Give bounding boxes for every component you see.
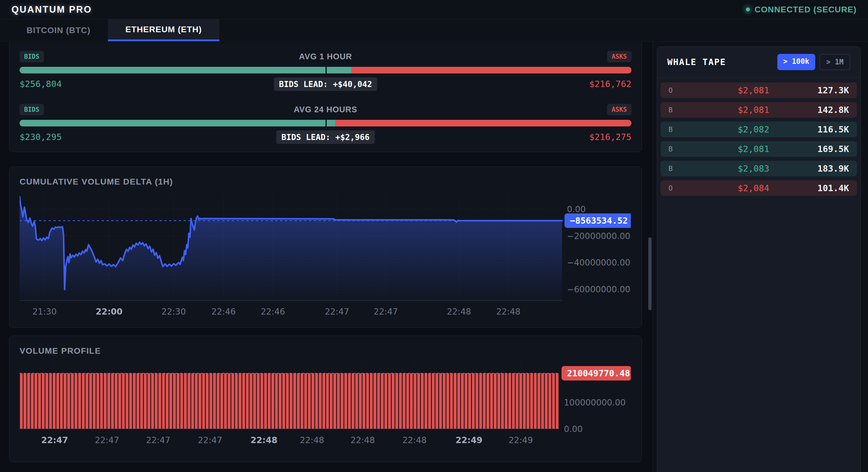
svg-text:−8563534.52: −8563534.52 (570, 215, 628, 226)
bid-ask-ratio-bar (20, 120, 631, 127)
asks-bar-segment (351, 67, 631, 73)
top-bar: QUANTUM PRO CONNECTED (SECURE) (0, 0, 868, 19)
whale-tape-rows: O$2,081127.3KB$2,081142.8KB$2,082116.5KB… (657, 78, 861, 205)
svg-text:−60000000.00: −60000000.00 (567, 284, 630, 294)
tab-bitcoin[interactable]: BITCOIN (BTC) (9, 19, 108, 41)
tape-row: B$2,081142.8K (661, 102, 857, 118)
trade-side-label: B (669, 145, 689, 153)
asks-badge: ASKS (607, 104, 631, 115)
svg-text:22:47: 22:47 (95, 435, 119, 445)
tape-row: B$2,082116.5K (661, 122, 857, 137)
svg-text:22:48: 22:48 (350, 435, 375, 445)
connection-status: CONNECTED (SECURE) (746, 5, 857, 14)
svg-text:22:00: 22:00 (96, 307, 122, 317)
volume-profile-panel: VOLUME PROFILE 200000000.00100000000.000… (9, 336, 642, 462)
trade-size: 116.5K (817, 124, 849, 135)
trade-price: $2,083 (689, 164, 817, 174)
trade-price: $2,084 (689, 183, 817, 193)
filter-100k-button[interactable]: > 100k (777, 54, 815, 70)
svg-text:22:46: 22:46 (261, 307, 285, 317)
svg-text:21:30: 21:30 (32, 307, 57, 317)
connection-status-label: CONNECTED (SECURE) (755, 5, 857, 14)
whale-tape-sidebar: WHALE TAPE > 100k > 1M O$2,081127.3KB$2,… (653, 41, 868, 472)
tape-row: O$2,081127.3K (661, 82, 857, 98)
volume-profile-title: VOLUME PROFILE (20, 346, 631, 356)
svg-text:0.00: 0.00 (564, 424, 583, 434)
asks-badge: ASKS (607, 51, 631, 62)
trade-size: 101.4K (817, 183, 849, 193)
whale-tape-filters: > 100k > 1M (777, 54, 850, 70)
svg-text:22:48: 22:48 (447, 307, 471, 317)
vertical-scrollbar-thumb[interactable] (648, 237, 652, 310)
svg-text:22:48: 22:48 (300, 435, 324, 445)
trade-size: 142.8K (817, 105, 849, 115)
svg-text:210049770.48: 210049770.48 (567, 368, 630, 378)
bids-lead-badge: BIDS LEAD: +$2,966 (276, 130, 375, 144)
bids-badge: BIDS (20, 51, 44, 62)
center-marker (326, 67, 327, 73)
svg-text:100000000.00: 100000000.00 (564, 398, 626, 408)
volume-profile-chart: 200000000.00100000000.000.0022:4722:4722… (20, 364, 631, 446)
trade-price: $2,081 (689, 85, 817, 95)
avg-1-hour-group: BIDS AVG 1 HOUR ASKS $256,804 BIDS LEAD:… (20, 50, 631, 90)
bids-bar-segment (20, 120, 335, 127)
asks-bar-segment (335, 120, 631, 127)
svg-text:22:48: 22:48 (496, 307, 521, 317)
avg-24-hours-group: BIDS AVG 24 HOURS ASKS $230,295 BIDS LEA… (20, 103, 631, 143)
bids-bar-segment (20, 67, 351, 73)
svg-text:22:30: 22:30 (161, 307, 186, 317)
trade-size: 127.3K (817, 85, 849, 95)
cvd-title: CUMULATIVE VOLUME DELTA (1H) (20, 177, 631, 187)
svg-text:22:47: 22:47 (146, 435, 170, 445)
trade-side-label: O (669, 184, 689, 192)
trade-side-label: B (669, 106, 689, 114)
asks-total-value: $216,275 (589, 132, 631, 142)
flow-title: AVG 24 HOURS (293, 105, 357, 114)
trade-side-label: B (669, 165, 689, 172)
whale-tape-card: WHALE TAPE > 100k > 1M O$2,081127.3KB$2,… (657, 46, 861, 472)
bids-lead-badge: BIDS LEAD: +$40,042 (274, 77, 377, 91)
bids-total-value: $256,804 (20, 79, 62, 89)
whale-tape-title: WHALE TAPE (667, 57, 726, 67)
bids-total-value: $230,295 (20, 132, 62, 142)
tape-row: B$2,083183.9K (661, 161, 857, 176)
trade-side-label: B (669, 126, 689, 133)
trade-size: 169.5K (817, 144, 849, 154)
bid-ask-ratio-bar (20, 67, 631, 73)
svg-text:−20000000.00: −20000000.00 (567, 231, 630, 241)
svg-text:22:49: 22:49 (509, 435, 533, 445)
bids-badge: BIDS (20, 104, 44, 115)
tab-bar: BITCOIN (BTC) ETHEREUM (ETH) (0, 19, 868, 41)
svg-text:22:47: 22:47 (374, 307, 398, 317)
cvd-chart: 0.00−20000000.00−40000000.00−60000000.00… (20, 195, 631, 318)
order-flow-panel: BIDS AVG 1 HOUR ASKS $256,804 BIDS LEAD:… (9, 42, 642, 152)
trade-price: $2,081 (689, 144, 817, 154)
svg-text:−40000000.00: −40000000.00 (567, 258, 630, 268)
svg-text:22:48: 22:48 (402, 435, 427, 445)
flow-title: AVG 1 HOUR (299, 52, 352, 61)
center-marker (326, 120, 327, 127)
tape-row: B$2,081169.5K (661, 141, 857, 157)
svg-text:0.00: 0.00 (567, 204, 586, 214)
main-column: BIDS AVG 1 HOUR ASKS $256,804 BIDS LEAD:… (0, 41, 653, 472)
app-title: QUANTUM PRO (11, 4, 92, 15)
svg-text:22:47: 22:47 (41, 435, 68, 445)
filter-1m-button[interactable]: > 1M (819, 54, 850, 70)
trade-side-label: O (669, 87, 689, 94)
asks-total-value: $216,762 (589, 79, 631, 89)
svg-text:22:49: 22:49 (456, 435, 483, 445)
cvd-panel: CUMULATIVE VOLUME DELTA (1H) 0.00−200000… (9, 166, 642, 328)
svg-text:22:47: 22:47 (325, 307, 349, 317)
svg-text:22:48: 22:48 (250, 435, 277, 445)
svg-text:22:47: 22:47 (198, 435, 222, 445)
trade-price: $2,082 (689, 124, 817, 135)
svg-text:22:46: 22:46 (211, 307, 236, 317)
trade-price: $2,081 (689, 105, 817, 115)
connection-dot-icon (746, 7, 750, 11)
tape-row: O$2,084101.4K (661, 180, 857, 196)
tab-ethereum[interactable]: ETHEREUM (ETH) (108, 19, 219, 41)
trade-size: 183.9K (817, 164, 849, 174)
